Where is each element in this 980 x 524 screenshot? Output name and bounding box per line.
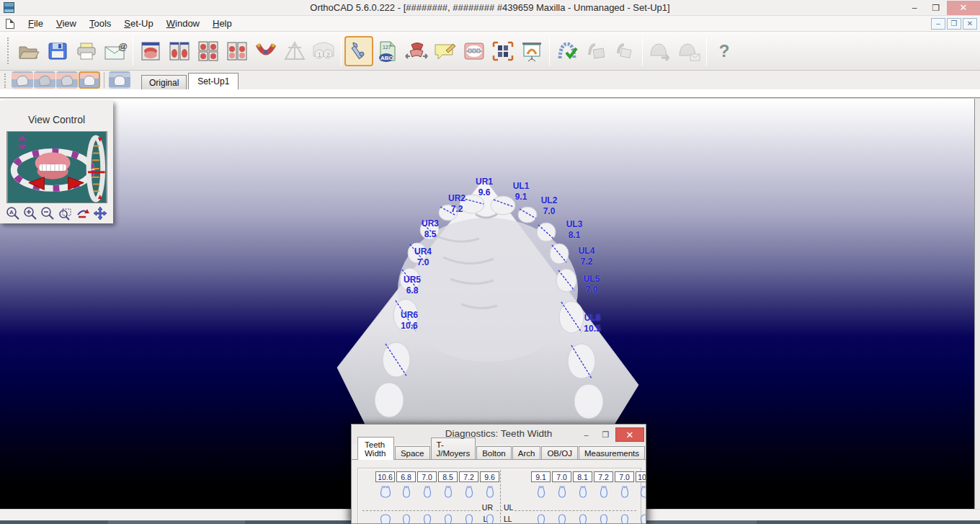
menu-window[interactable]: Window <box>160 17 206 30</box>
render-mode-2-button[interactable] <box>34 71 55 89</box>
occlusal-arch-button[interactable] <box>251 36 280 66</box>
toolbar-grip[interactable] <box>7 37 10 64</box>
menu-view[interactable]: View <box>50 17 83 30</box>
email-button[interactable]: @ <box>101 36 130 66</box>
abo-base-button[interactable]: 127ABO <box>373 36 402 66</box>
restore-button[interactable]: ❒ <box>925 1 947 15</box>
tab-original[interactable]: Original <box>141 75 187 89</box>
view-two-arch-button[interactable] <box>223 36 251 66</box>
setup-tool-button[interactable] <box>344 36 373 66</box>
tooth-icon[interactable] <box>573 484 592 499</box>
move-segment-icon <box>404 40 429 62</box>
tooth-icon[interactable] <box>459 513 478 524</box>
reset-view-button[interactable] <box>76 206 90 221</box>
diagnostics-dialog[interactable]: Diagnostics: Teeth Width – ❒ ✕ Teeth Wid… <box>351 424 646 524</box>
compare-1-2-button[interactable]: 12 <box>309 36 338 66</box>
send-model-button[interactable] <box>646 36 674 66</box>
tooth-icon[interactable] <box>375 513 395 524</box>
tooth-label: UR610.6 <box>401 310 418 332</box>
tooth-icon[interactable] <box>615 484 634 499</box>
move-segment-button[interactable] <box>402 36 431 66</box>
tooth-icon[interactable] <box>480 513 499 524</box>
rotation-ring-control[interactable] <box>6 131 107 203</box>
tooth-icon[interactable] <box>417 484 437 499</box>
view-single-arch-button[interactable] <box>136 36 165 66</box>
render-mode-3-button[interactable] <box>56 71 78 89</box>
tooth-icon[interactable] <box>552 484 571 499</box>
tab-bolton[interactable]: Bolton <box>476 446 512 459</box>
tab-setup1[interactable]: Set-Up1 <box>188 73 239 90</box>
zoom-fit-button[interactable]: A <box>6 206 20 221</box>
tooth-icon[interactable] <box>594 513 613 524</box>
email-model-button[interactable] <box>674 36 703 66</box>
tooth-icon[interactable] <box>480 484 499 499</box>
tab-teeth-width[interactable]: Teeth Width <box>357 437 394 460</box>
document-icon <box>6 19 14 29</box>
tooth-width-value: 8.5 <box>438 471 458 482</box>
tooth-icon[interactable] <box>552 513 571 524</box>
close-button[interactable]: ✕ <box>947 1 980 15</box>
tab-ob-oj[interactable]: OB/OJ <box>541 446 578 459</box>
viewrow-grip[interactable] <box>4 74 7 88</box>
tooth-icon[interactable] <box>459 484 478 499</box>
zoom-in-button[interactable] <box>23 206 37 221</box>
tooth-icon[interactable] <box>375 484 395 499</box>
pan-button[interactable] <box>93 206 107 221</box>
bracket-placement-button[interactable] <box>489 36 517 66</box>
dialog-minimize-button[interactable]: – <box>576 427 596 442</box>
print-button[interactable] <box>72 36 101 66</box>
render-mode-4-button[interactable] <box>79 71 100 89</box>
child-close-button[interactable]: ✕ <box>963 18 977 30</box>
braces-button[interactable] <box>460 36 489 66</box>
copy-export-button[interactable] <box>610 36 639 66</box>
tab-measurements[interactable]: Measurements <box>579 446 645 459</box>
toolbar-separator <box>549 37 550 66</box>
tooth-icon[interactable] <box>531 484 551 499</box>
symmetry-button[interactable] <box>280 36 309 66</box>
view-control-panel: View Control A <box>0 101 113 223</box>
tooth-mode-icon <box>16 75 29 86</box>
tooth-label: UL19.1 <box>513 181 530 203</box>
tooth-icon[interactable] <box>636 484 646 499</box>
tooth-icon[interactable] <box>615 513 634 524</box>
zoom-window-button[interactable] <box>58 206 73 221</box>
minimize-button[interactable]: – <box>904 1 925 15</box>
dialog-maximize-button[interactable]: ❒ <box>596 427 615 442</box>
menu-tools[interactable]: Tools <box>83 17 117 30</box>
tab-arch[interactable]: Arch <box>512 446 541 459</box>
approve-arch-button[interactable] <box>553 36 582 66</box>
tooth-icon[interactable] <box>396 513 416 524</box>
viewport-scroll-edge[interactable] <box>974 99 980 509</box>
zoom-out-button[interactable] <box>40 206 55 221</box>
render-mode-5-button[interactable] <box>109 71 130 89</box>
help-button[interactable]: ? <box>710 36 739 66</box>
presentation-button[interactable] <box>517 36 546 66</box>
tab-tj-moyers[interactable]: T-J/Moyers <box>431 438 476 459</box>
braces-icon <box>463 40 486 62</box>
tooth-icon[interactable] <box>531 513 551 524</box>
tooth-icon[interactable] <box>438 513 458 524</box>
annotation-button[interactable] <box>431 36 460 66</box>
lower-teeth-row <box>375 513 635 524</box>
menu-setup[interactable]: Set-Up <box>117 17 159 30</box>
tooth-icon[interactable] <box>396 484 416 499</box>
menu-file[interactable]: File <box>22 17 50 30</box>
view-two-pane-button[interactable] <box>165 36 194 66</box>
tab-space[interactable]: Space <box>395 446 430 459</box>
tooth-icon[interactable] <box>594 484 613 499</box>
tooth-icon[interactable] <box>636 513 646 524</box>
view-four-pane-button[interactable] <box>194 36 223 66</box>
render-mode-1-button[interactable] <box>12 71 33 89</box>
orthocad-window: OrthoCAD 5.6.0.222 - [########, ########… <box>0 0 980 524</box>
tooth-icon[interactable] <box>438 484 458 499</box>
tooth-icon[interactable] <box>573 513 592 524</box>
menu-help[interactable]: Help <box>206 17 239 30</box>
tooth-icon[interactable] <box>417 513 437 524</box>
child-restore-button[interactable]: ❒ <box>947 18 961 30</box>
child-minimize-button[interactable]: – <box>931 18 945 30</box>
export-button[interactable] <box>582 36 610 66</box>
save-button[interactable] <box>43 36 72 66</box>
dialog-close-button[interactable]: ✕ <box>615 427 644 442</box>
dialog-title-bar[interactable]: Diagnostics: Teeth Width – ❒ ✕ <box>352 425 646 444</box>
open-button[interactable] <box>14 36 43 66</box>
